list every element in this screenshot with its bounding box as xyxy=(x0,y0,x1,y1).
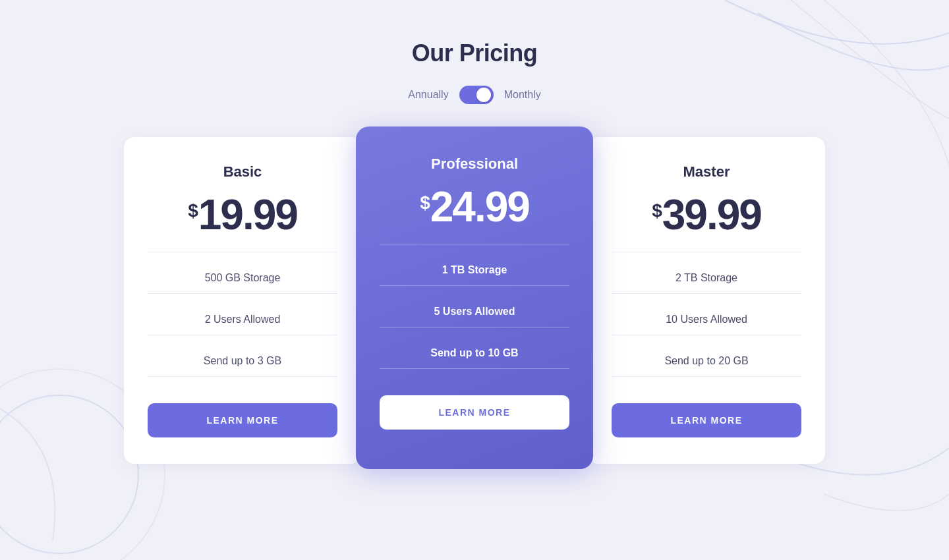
divider xyxy=(380,368,569,369)
feature-send-basic: Send up to 3 GB xyxy=(148,346,337,376)
plan-price-professional: $ 24.99 xyxy=(420,186,529,228)
price-currency-professional: $ xyxy=(420,192,430,213)
price-amount-professional: 24.99 xyxy=(430,186,529,228)
divider xyxy=(148,293,337,294)
price-amount-master: 39.99 xyxy=(662,194,761,236)
price-currency-master: $ xyxy=(652,200,662,221)
toggle-label-monthly: Monthly xyxy=(504,89,541,101)
divider xyxy=(148,252,337,252)
divider xyxy=(612,376,801,377)
plan-name-professional: Professional xyxy=(431,155,518,173)
divider xyxy=(612,335,801,335)
feature-send-professional: Send up to 10 GB xyxy=(380,338,569,368)
page-title: Our Pricing xyxy=(412,40,538,67)
feature-users-basic: 2 Users Allowed xyxy=(148,304,337,335)
toggle-knob xyxy=(476,88,491,102)
divider xyxy=(380,285,569,286)
plan-card-professional: Professional $ 24.99 1 TB Storage 5 User… xyxy=(356,126,593,469)
billing-toggle[interactable] xyxy=(459,86,494,104)
plan-price-master: $ 39.99 xyxy=(652,194,761,236)
feature-storage-professional: 1 TB Storage xyxy=(380,255,569,285)
plan-card-master: Master $ 39.99 2 TB Storage 10 Users All… xyxy=(588,137,825,464)
price-amount-basic: 19.99 xyxy=(198,194,297,236)
billing-toggle-container: Annually Monthly xyxy=(408,86,540,104)
plans-container: Basic $ 19.99 500 GB Storage 2 Users All… xyxy=(124,137,825,464)
features-list-master: 2 TB Storage 10 Users Allowed Send up to… xyxy=(612,252,801,387)
plan-name-basic: Basic xyxy=(223,163,262,181)
divider xyxy=(380,244,569,244)
toggle-label-annually: Annually xyxy=(408,89,448,101)
plan-price-basic: $ 19.99 xyxy=(188,194,297,236)
plan-name-master: Master xyxy=(683,163,730,181)
divider xyxy=(612,293,801,294)
divider xyxy=(148,335,337,335)
divider xyxy=(148,376,337,377)
feature-users-master: 10 Users Allowed xyxy=(612,304,801,335)
divider xyxy=(380,327,569,327)
features-list-basic: 500 GB Storage 2 Users Allowed Send up t… xyxy=(148,252,337,387)
learn-more-button-professional[interactable]: LEARN MORE xyxy=(380,395,569,430)
feature-users-professional: 5 Users Allowed xyxy=(380,296,569,327)
features-list-professional: 1 TB Storage 5 Users Allowed Send up to … xyxy=(380,244,569,379)
learn-more-button-basic[interactable]: LEARN MORE xyxy=(148,403,337,437)
feature-storage-master: 2 TB Storage xyxy=(612,263,801,293)
divider xyxy=(612,252,801,252)
plan-card-basic: Basic $ 19.99 500 GB Storage 2 Users All… xyxy=(124,137,361,464)
price-currency-basic: $ xyxy=(188,200,198,221)
feature-send-master: Send up to 20 GB xyxy=(612,346,801,376)
feature-storage-basic: 500 GB Storage xyxy=(148,263,337,293)
learn-more-button-master[interactable]: LEARN MORE xyxy=(612,403,801,437)
